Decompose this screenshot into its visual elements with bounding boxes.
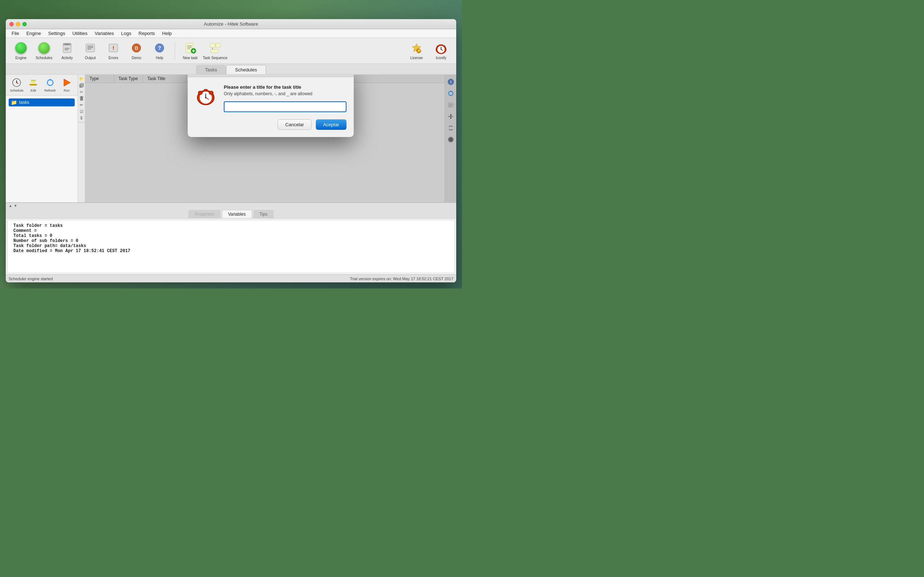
menu-file[interactable]: File <box>9 30 22 37</box>
tab-schedules[interactable]: Schedules <box>226 65 266 74</box>
refresh-label: Refresh <box>44 89 56 92</box>
dialog-clock-icon <box>195 84 218 108</box>
edit-icon <box>28 77 38 88</box>
menu-logs[interactable]: Logs <box>118 30 134 37</box>
dialog-title-bar: Please enter task title <box>188 75 354 77</box>
demo-button[interactable]: D Demo <box>126 40 147 62</box>
activity-button[interactable]: Activity <box>56 40 78 62</box>
errors-label: Errors <box>108 56 118 60</box>
maximize-button[interactable] <box>23 22 27 26</box>
activity-icon <box>61 42 74 55</box>
run-button[interactable]: Run <box>59 76 75 94</box>
task-title-input[interactable] <box>224 102 347 112</box>
svg-rect-5 <box>86 44 95 52</box>
new-task-label: New task <box>183 56 197 60</box>
new-task-button[interactable]: New task <box>179 40 201 62</box>
schedules-icon <box>37 42 50 55</box>
svg-rect-23 <box>216 43 220 48</box>
left-toolbar: Schedule Edit <box>6 75 78 95</box>
side-edit-icon[interactable]: ✏ <box>79 102 84 108</box>
tab-properties[interactable]: Properties <box>188 210 221 218</box>
side-checklist-icon[interactable]: ☑ <box>79 108 84 114</box>
schedule-button[interactable]: Schedule <box>9 76 24 94</box>
close-button[interactable] <box>10 22 14 26</box>
content-area: Schedule Edit <box>6 75 456 202</box>
window-title: Automize - Hitek Software <box>204 21 258 27</box>
minimize-button[interactable] <box>16 22 20 26</box>
license-label: License <box>410 56 423 60</box>
toolbar-right: 🔑 License <box>406 40 452 62</box>
engine-label: Engine <box>15 56 26 60</box>
scroll-up-icon[interactable]: ▲ <box>9 204 12 208</box>
edit-label: Edit <box>31 89 36 92</box>
tab-variables[interactable]: Variables <box>222 210 252 218</box>
content-line-2: Comment = <box>13 228 449 233</box>
content-line-1: Task folder = tasks <box>13 223 449 228</box>
svg-rect-47 <box>80 97 83 101</box>
side-folder-icon[interactable]: 📁 <box>79 76 84 82</box>
menu-utilities[interactable]: Utilities <box>69 30 90 37</box>
dialog: Please enter task title <box>188 75 354 137</box>
side-scissors-icon[interactable]: ✂ <box>79 89 84 95</box>
scroll-down-icon[interactable]: ▼ <box>14 204 17 208</box>
status-right: Trial version expires on: Wed May 17 18:… <box>350 277 453 281</box>
errors-button[interactable]: ! Errors <box>102 40 124 62</box>
menu-help[interactable]: Help <box>159 30 175 37</box>
side-copy-icon[interactable] <box>79 82 84 89</box>
cancel-button[interactable]: Cancelar <box>278 119 312 130</box>
content-line-6: Date modified = Mon Apr 17 18:52:41 CEST… <box>13 248 449 253</box>
svg-point-40 <box>16 82 17 83</box>
folder-tasks[interactable]: 📁 tasks <box>9 98 75 106</box>
engine-button[interactable]: Engine <box>10 40 32 62</box>
svg-rect-41 <box>30 84 37 85</box>
iconify-icon <box>435 42 447 55</box>
content-line-4: Number of sub folders = 0 <box>13 239 449 243</box>
svg-point-70 <box>209 91 213 95</box>
svg-text:!: ! <box>113 45 115 51</box>
svg-rect-42 <box>31 81 36 84</box>
status-bar: Scheduler engine started Trial version e… <box>6 274 456 282</box>
content-line-5: Task folder path= data/tasks <box>13 243 449 248</box>
dialog-sub-message: Only alphabets, numbers, -, and _ are al… <box>224 91 347 96</box>
help-button[interactable]: ? Help <box>149 40 170 62</box>
menu-engine[interactable]: Engine <box>23 30 44 37</box>
run-icon <box>62 77 72 88</box>
svg-rect-25 <box>211 49 219 53</box>
side-dollar-icon[interactable]: $ <box>79 115 84 121</box>
tabs-container: Tasks Schedules <box>6 64 456 75</box>
svg-rect-46 <box>81 83 84 87</box>
tab-tips[interactable]: Tips <box>254 210 274 218</box>
iconify-button[interactable]: Iconify <box>430 40 452 62</box>
svg-text:?: ? <box>158 45 162 51</box>
side-delete-icon[interactable] <box>79 95 84 102</box>
output-button[interactable]: Output <box>79 40 101 62</box>
menu-variables[interactable]: Variables <box>92 30 116 37</box>
dialog-overlay: Please enter task title <box>85 75 456 202</box>
engine-icon <box>15 42 27 55</box>
tab-tasks[interactable]: Tasks <box>196 65 226 74</box>
folder-tasks-label: tasks <box>19 100 29 105</box>
svg-point-69 <box>198 91 202 95</box>
new-task-icon <box>184 42 197 55</box>
svg-marker-44 <box>64 79 70 86</box>
refresh-button[interactable]: Refresh <box>42 76 58 94</box>
menu-bar: File Engine Settings Utilities Variables… <box>6 29 456 38</box>
license-button[interactable]: 🔑 License <box>406 40 427 62</box>
traffic-lights <box>10 22 27 26</box>
bottom-area: ▲ ▼ Properties Variables Tips Task folde… <box>6 202 456 274</box>
edit-button[interactable]: Edit <box>25 76 41 94</box>
dialog-buttons: Cancelar Aceptar <box>188 119 354 137</box>
content-line-3: Total tasks = 0 <box>13 233 449 239</box>
svg-rect-71 <box>204 89 208 91</box>
menu-reports[interactable]: Reports <box>136 30 158 37</box>
bottom-tabs: Properties Variables Tips <box>6 208 456 219</box>
dialog-message: Please enter a title for the task title <box>224 84 347 90</box>
accept-button[interactable]: Aceptar <box>316 119 347 130</box>
menu-settings[interactable]: Settings <box>45 30 68 37</box>
bottom-content: Task folder = tasks Comment = Total task… <box>7 220 455 273</box>
task-sequence-button[interactable]: Task Sequence <box>202 40 228 62</box>
desktop: Automize - Hitek Software File Engine Se… <box>0 0 462 288</box>
schedules-button[interactable]: Schedules <box>33 40 55 62</box>
output-icon <box>84 42 97 55</box>
iconify-label: Iconify <box>436 56 446 60</box>
